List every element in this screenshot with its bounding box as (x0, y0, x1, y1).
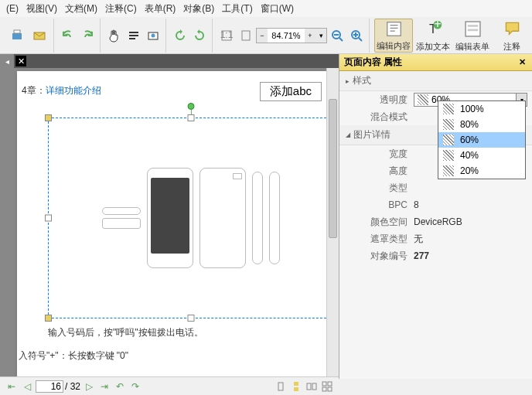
view-facing-cont-button[interactable] (320, 380, 334, 393)
snapshot-tool[interactable] (144, 26, 162, 45)
opacity-opt-80[interactable]: 80% (438, 117, 525, 132)
bpc-value: 8 (414, 199, 527, 210)
objnum-label: 对象编号 (344, 250, 414, 263)
svg-line-15 (359, 38, 362, 41)
last-page-button[interactable]: ⇥ (97, 380, 111, 393)
svg-rect-33 (328, 382, 332, 386)
hatch-icon (418, 94, 428, 105)
document-tab[interactable]: ◂ (0, 54, 14, 68)
view-single-button[interactable] (274, 380, 288, 393)
fit-page-button[interactable] (237, 26, 255, 45)
add-text-button[interactable]: T+添加文本 (414, 19, 452, 53)
handle-tc[interactable] (188, 114, 195, 121)
redo-button[interactable] (78, 26, 97, 45)
status-bar: ⇤ ◁ / 32 ▷ ⇥ ↶ ↷ (0, 376, 339, 395)
rotate-right-button[interactable] (190, 26, 209, 45)
menu-tools[interactable]: 工具(T) (219, 1, 255, 17)
toolbar: 1:1 − + ▾ 编辑内容 T+添加文本 编辑表单 注释 度量 (0, 17, 532, 54)
panel-header: 页面内容 属性✕ (339, 54, 532, 71)
zoom-out-button[interactable]: − (257, 29, 268, 43)
zoom-in-button[interactable]: + (305, 29, 315, 43)
svg-rect-5 (129, 38, 135, 39)
properties-panel: 页面内容 属性✕ 样式 透明度 60%▾ 混合模式 图片详情 宽度 高度 类型 … (339, 54, 532, 379)
menu-object[interactable]: 对象(B) (180, 1, 217, 17)
rotate-left-button[interactable] (171, 26, 189, 45)
menu-document[interactable]: 文档(M) (62, 1, 101, 17)
section-style[interactable]: 样式 (339, 71, 532, 91)
svg-rect-34 (322, 387, 326, 391)
svg-rect-30 (307, 383, 311, 390)
svg-rect-1 (14, 30, 20, 33)
svg-rect-35 (328, 387, 332, 391)
svg-rect-31 (312, 383, 316, 390)
vertical-scrollbar[interactable] (326, 68, 339, 376)
opacity-opt-100[interactable]: 100% (438, 101, 525, 117)
add-abc-box[interactable]: 添加abc (260, 82, 322, 101)
width-label: 宽度 (344, 148, 414, 161)
page-below-text: 入符号"+"：长按数字键 "0" (19, 349, 128, 363)
svg-rect-32 (322, 382, 326, 386)
next-page-button[interactable]: ▷ (82, 380, 96, 393)
zoom-input[interactable] (268, 31, 305, 40)
svg-line-12 (339, 38, 343, 41)
selection-box[interactable] (48, 117, 334, 318)
svg-rect-18 (387, 22, 401, 36)
svg-rect-27 (278, 383, 283, 390)
zoom-control[interactable]: − + ▾ (256, 28, 327, 43)
handle-bl[interactable] (45, 315, 52, 322)
view-facing-button[interactable] (305, 380, 319, 393)
menu-view[interactable]: 视图(V) (23, 1, 60, 17)
tab-close-button[interactable]: ✕ (15, 56, 26, 66)
nav-back-button[interactable]: ↶ (113, 380, 127, 393)
handle-bc[interactable] (188, 315, 195, 322)
hand-tool[interactable] (105, 26, 124, 45)
svg-rect-28 (294, 382, 298, 386)
svg-rect-24 (467, 29, 478, 31)
type-label: 类型 (344, 182, 414, 195)
undo-button[interactable] (59, 26, 77, 45)
mail-button[interactable] (29, 19, 50, 53)
mask-label: 遮罩类型 (344, 233, 414, 246)
svg-rect-23 (467, 25, 478, 27)
opacity-dropdown: 100% 80% 60% 40% 20% (438, 100, 526, 179)
menu-form[interactable]: 表单(R) (142, 1, 179, 17)
zoom-out-big[interactable] (328, 26, 346, 45)
page-input[interactable] (36, 380, 63, 393)
print-button[interactable] (6, 19, 28, 53)
document-area[interactable]: ◂ ✕ 4章：详细功能介绍 添加abc 输入号码后，按"呼吗"按钮拨出电话。 入… (0, 54, 339, 379)
edit-content-button[interactable]: 编辑内容 (374, 19, 413, 53)
opacity-label: 透明度 (344, 94, 414, 107)
first-page-button[interactable]: ⇤ (5, 380, 19, 393)
svg-point-7 (152, 33, 155, 37)
page-total: / 32 (65, 381, 80, 392)
annotate-button[interactable]: 注释 (493, 19, 531, 53)
rotate-handle[interactable] (188, 103, 195, 110)
edit-form-button[interactable]: 编辑表单 (453, 19, 492, 53)
menu-edit[interactable]: (E) (3, 2, 22, 15)
opacity-opt-20[interactable]: 20% (438, 163, 525, 179)
phone-side-icon (252, 172, 263, 264)
phone-back-icon (200, 168, 246, 268)
height-label: 高度 (344, 165, 414, 178)
opacity-opt-60[interactable]: 60% (438, 132, 525, 148)
handle-tl[interactable] (45, 114, 52, 121)
panel-close-button[interactable]: ✕ (517, 57, 527, 68)
opacity-opt-40[interactable]: 40% (438, 148, 525, 163)
view-continuous-button[interactable] (289, 380, 303, 393)
menu-bar: (E) 视图(V) 文档(M) 注释(C) 表单(R) 对象(B) 工具(T) … (0, 0, 532, 17)
phone-front-icon (147, 168, 193, 268)
svg-rect-4 (129, 35, 138, 36)
fit-width-button[interactable]: 1:1 (217, 26, 236, 45)
menu-window[interactable]: 窗口(W) (257, 1, 297, 17)
mask-value: 无 (414, 233, 527, 246)
nav-fwd-button[interactable]: ↷ (128, 380, 142, 393)
scrollbar-thumb[interactable] (329, 99, 337, 238)
handle-ml[interactable] (45, 215, 52, 222)
blend-label: 混合模式 (344, 111, 414, 124)
menu-annotate[interactable]: 注释(C) (102, 1, 140, 17)
select-tool[interactable] (124, 26, 143, 45)
prev-page-button[interactable]: ◁ (20, 380, 34, 393)
zoom-dropdown[interactable]: ▾ (315, 29, 326, 43)
tab-strip: ◂ ✕ (0, 54, 339, 68)
zoom-in-big[interactable] (347, 26, 366, 45)
